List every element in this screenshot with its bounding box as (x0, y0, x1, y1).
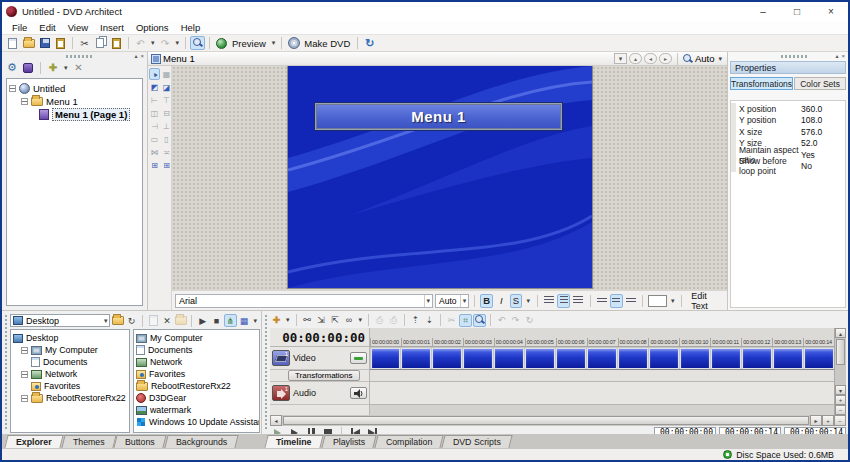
set-in-point-button[interactable]: ⇡ (409, 314, 422, 327)
vertical-scroll-thumb[interactable] (836, 339, 845, 365)
file-item[interactable]: watermark (136, 404, 257, 416)
up-one-level-button[interactable] (111, 314, 124, 327)
scroll-left-icon[interactable]: ◂ (270, 415, 282, 426)
same-width-button[interactable]: ▭ (149, 133, 160, 145)
fit-to-safe-area-button[interactable]: ⊞ (149, 159, 160, 171)
tree-item-my-computer[interactable]: My Computer (13, 344, 127, 356)
insert-object-dropdown[interactable]: ▾ (62, 64, 70, 72)
zoom-dropdown[interactable]: ▾ (716, 55, 724, 63)
video-track-header[interactable]: 1 Video (270, 347, 369, 370)
file-item[interactable]: D3DGear (136, 392, 257, 404)
text-color-dropdown[interactable]: ▾ (669, 297, 677, 305)
collapse-icon[interactable] (21, 98, 28, 105)
refresh-button[interactable]: ↻ (362, 36, 377, 50)
zoom-in-button[interactable]: + (822, 415, 834, 426)
import-media-button[interactable]: ⇲ (315, 314, 328, 327)
tab-compilation[interactable]: Compilation (374, 435, 444, 448)
timeline-ruler[interactable]: 00:00:00:00 00:00:00:01 00:00:00:02 00:0… (370, 328, 834, 347)
refresh-view-button[interactable]: ↻ (125, 314, 138, 327)
font-family-combobox[interactable]: Arial ▾ (175, 294, 433, 308)
preview-label[interactable]: Preview (232, 38, 266, 49)
stop-preview-button[interactable]: ■ (210, 314, 223, 327)
zoom-in-vertical-button[interactable]: + (835, 395, 846, 405)
property-value[interactable]: 576.0 (801, 127, 845, 137)
stretch-to-safe-area-button[interactable]: ⊞ (161, 159, 172, 171)
tab-color-sets[interactable]: Color Sets (794, 77, 846, 90)
insert-media-button[interactable]: ✚ (270, 314, 283, 327)
menu-canvas[interactable]: Menu 1 (288, 66, 592, 288)
property-value[interactable]: 108.0 (801, 115, 845, 125)
align-bottom-button[interactable]: ⊥ (161, 120, 172, 132)
new-project-button[interactable] (5, 36, 20, 50)
open-menu-page-button[interactable] (21, 61, 35, 75)
redo-edit-button[interactable]: ↷ (509, 314, 522, 327)
file-item[interactable]: Documents (136, 344, 257, 356)
capture-button[interactable]: ⎙ (387, 314, 400, 327)
menu-insert[interactable]: Insert (94, 22, 130, 33)
undo-edit-button[interactable]: ↶ (495, 314, 508, 327)
font-size-dropdown[interactable]: ▾ (460, 295, 469, 307)
panel-grip[interactable]: ▴ × (2, 52, 147, 60)
same-height-button[interactable]: ▯ (161, 133, 172, 145)
zoom-out-button[interactable]: − (834, 415, 846, 426)
align-top-button[interactable]: ⊤ (161, 94, 172, 106)
property-value[interactable]: 52.0 (801, 138, 845, 148)
font-size-combobox[interactable]: Auto ▾ (435, 294, 469, 308)
tab-timeline[interactable]: Timeline (264, 435, 323, 448)
tab-themes[interactable]: Themes (61, 435, 116, 448)
file-item[interactable]: RebootRestoreRx22 (136, 380, 257, 392)
loop-playback-toggle[interactable]: ↻ (523, 314, 536, 327)
delete-object-button[interactable]: ✕ (72, 61, 86, 75)
split-event-button[interactable]: ✂ (445, 314, 458, 327)
start-preview-button[interactable]: ▶ (196, 314, 209, 327)
print-to-tape-button[interactable]: ⎙ (373, 314, 386, 327)
pin-icon[interactable]: ▴ (134, 53, 137, 59)
property-row[interactable]: Y position 108.0 (731, 115, 845, 127)
set-out-point-button[interactable]: ⇣ (423, 314, 436, 327)
tree-item-network[interactable]: Network (13, 368, 127, 380)
pin-icon[interactable]: ▴ (835, 53, 838, 59)
menu-file[interactable]: File (6, 22, 33, 33)
video-display-button[interactable] (350, 352, 367, 364)
space-across-button[interactable]: ⋈ (149, 146, 160, 158)
views-button[interactable]: ▦ (238, 314, 251, 327)
preview-button[interactable] (214, 36, 229, 50)
open-project-button[interactable] (21, 36, 36, 50)
tree-item-menu[interactable]: Menu 1 (9, 95, 140, 108)
tree-view-toggle[interactable]: ⋔ (224, 314, 237, 327)
property-value[interactable]: Yes (801, 150, 845, 160)
scroll-down-icon[interactable]: ▾ (835, 385, 846, 395)
cut-button[interactable]: ✂ (77, 36, 92, 50)
edit-text-button[interactable]: Edit Text (687, 290, 724, 312)
chain-events-dropdown[interactable]: ▾ (357, 316, 365, 324)
make-dvd-label[interactable]: Make DVD (304, 38, 350, 49)
transformations-button[interactable]: Transformations (288, 370, 360, 381)
center-horizontal-button[interactable]: ◫ (149, 107, 160, 119)
redo-dropdown[interactable]: ▾ (174, 39, 182, 47)
align-text-top-button[interactable] (595, 294, 608, 308)
scroll-right-icon[interactable]: ▸ (810, 415, 822, 426)
close-icon[interactable]: × (841, 53, 845, 59)
project-properties-button[interactable]: ⚙ (5, 61, 19, 75)
copy-button[interactable] (93, 36, 108, 50)
tree-item-favorites[interactable]: Favorites (13, 380, 127, 392)
property-value[interactable]: No (801, 161, 845, 171)
address-combobox[interactable]: Desktop ▾ (10, 314, 110, 327)
collapse-icon[interactable] (9, 85, 16, 92)
selection-tool-button[interactable]: ▲ (149, 68, 160, 80)
menu-canvas-workspace[interactable]: Menu 1 (172, 66, 727, 290)
paste-button[interactable] (109, 36, 124, 50)
tree-item-project[interactable]: Untitled (9, 82, 140, 95)
delete-file-button[interactable]: ✕ (161, 314, 174, 327)
file-item[interactable]: Network (136, 356, 257, 368)
bold-button[interactable]: B (480, 294, 493, 308)
export-media-button[interactable]: ⇱ (329, 314, 342, 327)
expand-icon[interactable] (21, 347, 28, 354)
file-item[interactable]: Favorites (136, 368, 257, 380)
text-color-swatch[interactable] (648, 295, 667, 307)
font-family-dropdown[interactable]: ▾ (424, 295, 433, 307)
panel-grip[interactable] (3, 315, 8, 430)
expand-icon[interactable] (21, 395, 28, 402)
property-row[interactable]: Show before loop point No (731, 161, 845, 173)
align-left-button[interactable]: ⊢ (149, 94, 160, 106)
